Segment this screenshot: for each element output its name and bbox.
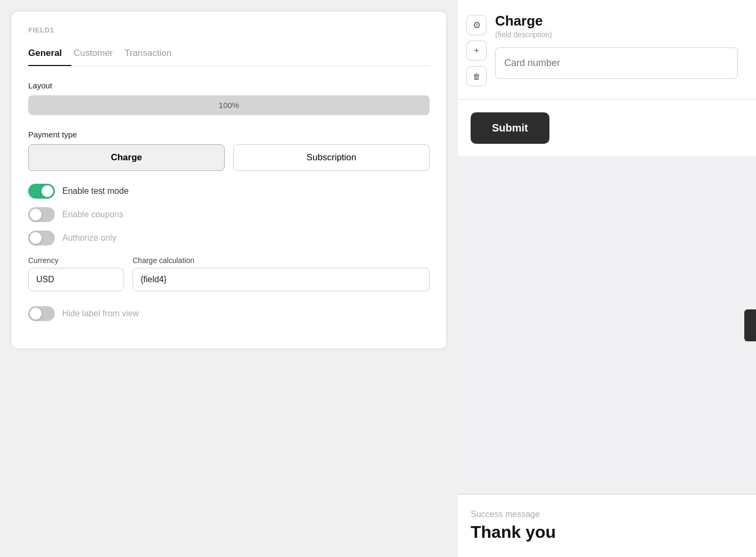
layout-bar[interactable]: 100% [28,95,430,115]
coupons-row: Enable coupons [28,207,430,222]
test-mode-label: Enable test mode [62,186,129,196]
coupons-toggle[interactable] [28,207,55,222]
coupons-knob [30,209,42,220]
charge-calc-label: Charge calculation [133,256,430,265]
hide-label-label: Hide label from view [62,309,139,318]
currency-charge-row: Currency Charge calculation [28,256,430,291]
submit-button[interactable]: Submit [471,112,549,144]
right-content: Charge (field description) [495,13,743,79]
charge-title: Charge [495,13,738,29]
authorize-label: Authorize only [62,233,116,243]
coupons-label: Enable coupons [62,210,124,219]
authorize-toggle[interactable] [28,231,55,245]
layout-label: Layout [28,81,430,90]
payment-type-label: Payment type [28,130,430,139]
plus-button[interactable]: + [466,40,487,61]
field-card: FIELD1 General Customer Transaction Layo… [11,11,447,349]
right-middle-area [458,157,756,494]
right-bottom: Success message Thank you [458,494,756,557]
right-panel: ⚙ + 🗑 Charge (field description) Submit … [458,0,756,557]
trash-button[interactable]: 🗑 [466,66,487,86]
subscription-button[interactable]: Subscription [233,144,430,171]
charge-calc-input[interactable] [133,268,430,291]
currency-group: Currency [28,256,124,291]
hide-label-toggle[interactable] [28,306,55,321]
tab-general[interactable]: General [28,44,71,66]
hide-label-row: Hide label from view [28,306,430,321]
dark-tab[interactable] [744,309,756,341]
thank-you-text: Thank you [471,522,741,542]
currency-label: Currency [28,256,124,265]
charge-button[interactable]: Charge [28,144,225,171]
test-mode-knob [42,185,53,197]
payment-type-row: Charge Subscription [28,144,430,171]
tab-customer[interactable]: Customer [71,44,122,66]
hide-label-knob [30,308,42,320]
field-label: FIELD1 [28,26,430,34]
plus-icon: + [474,45,479,56]
charge-calc-group: Charge calculation [133,256,430,291]
right-icons: ⚙ + 🗑 [458,13,495,86]
left-panel: FIELD1 General Customer Transaction Layo… [0,0,458,557]
field-description: (field description) [495,30,738,39]
submit-area: Submit [458,100,756,157]
success-label: Success message [471,510,741,519]
test-mode-toggle[interactable] [28,184,55,199]
right-top-card: ⚙ + 🗑 Charge (field description) [458,0,756,100]
card-number-input[interactable] [495,47,738,79]
authorize-row: Authorize only [28,231,430,245]
authorize-knob [30,232,42,244]
gear-button[interactable]: ⚙ [466,15,487,35]
trash-icon: 🗑 [473,72,481,81]
test-mode-row: Enable test mode [28,184,430,199]
currency-input[interactable] [28,268,124,291]
tab-transaction[interactable]: Transaction [122,44,181,66]
tabs-container: General Customer Transaction [28,44,430,66]
gear-icon: ⚙ [473,20,481,31]
